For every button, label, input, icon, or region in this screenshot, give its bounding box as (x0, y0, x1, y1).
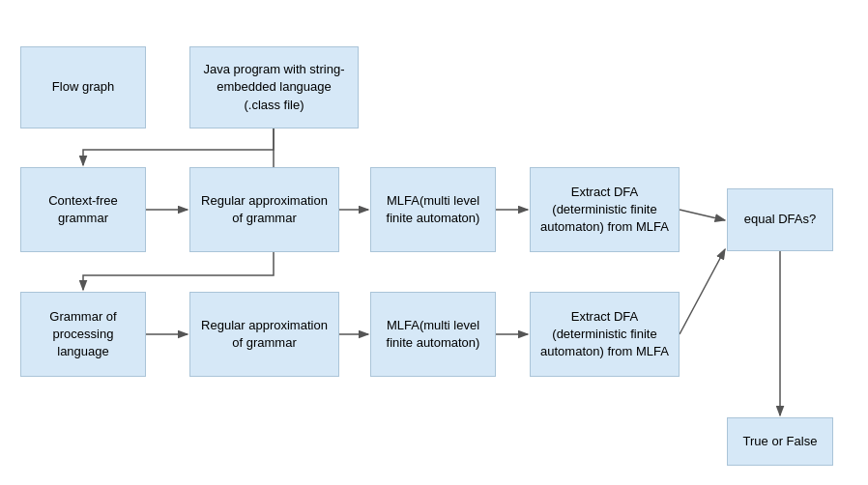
extract-dfa-2-box: Extract DFA (deterministic finite automa… (530, 292, 680, 377)
extract-dfa-1-box: Extract DFA (deterministic finite automa… (530, 167, 680, 252)
equal-dfas-box: equal DFAs? (727, 188, 833, 251)
regular-approx-1-box: Regular approximation of grammar (189, 167, 339, 252)
diagram: Flow graph Java program with string-embe… (0, 0, 868, 485)
flow-graph-box: Flow graph (20, 46, 146, 128)
context-free-grammar-box: Context-free grammar (20, 167, 146, 252)
java-to-cfg-polyline (83, 128, 274, 165)
dfa2-to-equal-arrow (680, 249, 725, 334)
mlfa-1-box: MLFA(multi level finite automaton) (370, 167, 496, 252)
true-or-false-box: True or False (727, 417, 833, 466)
grammar-processing-box: Grammar of processing language (20, 292, 146, 377)
mlfa-2-box: MLFA(multi level finite automaton) (370, 292, 496, 377)
dfa1-to-equal-arrow (680, 210, 725, 220)
regular-approx-2-box: Regular approximation of grammar (189, 292, 339, 377)
java-program-box: Java program with string-embedded langua… (189, 46, 359, 128)
